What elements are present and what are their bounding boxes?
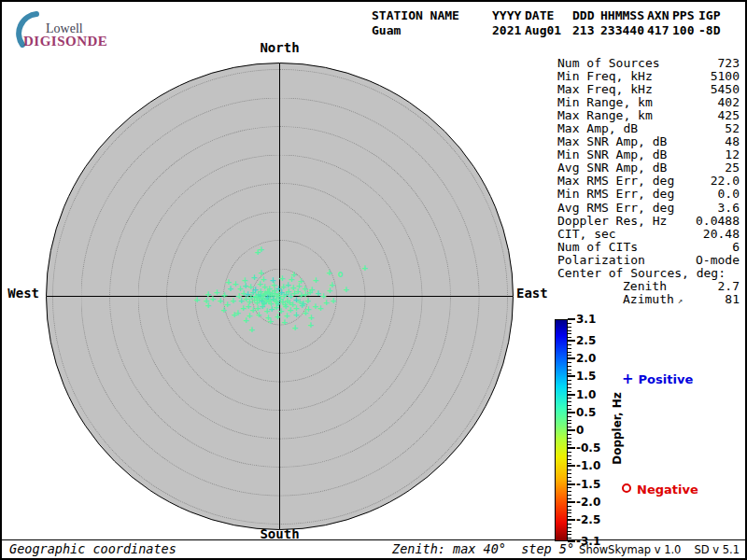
colorbar-tick-label: -2.0 (576, 496, 600, 509)
header-col: IGP (698, 8, 723, 23)
sd-version: SD v 5.1 (681, 543, 740, 556)
header-col: STATION NAME (372, 8, 492, 23)
colorbar-title: Doppler, Hz (611, 392, 624, 465)
header-val: Aug01 (525, 23, 572, 38)
colorbar-tick (568, 340, 575, 342)
colorbar-tick-label: 1.0 (576, 388, 596, 401)
source-point: + (267, 315, 274, 326)
stat-row: PolarizationO-mode (557, 254, 740, 267)
colorbar-tick-label: -1.0 (576, 459, 600, 472)
header-col: DDD (572, 8, 600, 23)
colorbar-tick-label: 2.5 (576, 334, 596, 347)
source-point: + (204, 300, 211, 310)
stat-row: Max Range, km425 (557, 109, 740, 122)
source-point: + (331, 294, 337, 304)
source-point: + (270, 273, 276, 284)
source-point: + (242, 273, 248, 284)
colorbar-tick-label: -1.5 (576, 478, 600, 491)
station-name: Guam (372, 23, 492, 38)
source-point: + (291, 321, 298, 331)
coordinates-mode-label: Geographic coordinates (9, 541, 176, 556)
stat-row: CIT, sec20.48 (557, 228, 740, 241)
colorbar-tick-label: 0 (576, 424, 584, 437)
source-point: + (275, 311, 281, 321)
source-point: + (307, 319, 314, 329)
compass-east-label: East (516, 286, 548, 301)
colorbar-tick-label: 1.5 (576, 370, 596, 383)
stat-row: Min Range, km402 (557, 96, 740, 109)
source-point: + (313, 274, 319, 285)
source-point: + (254, 246, 261, 257)
source-point: + (343, 284, 349, 294)
header-col: DATE (525, 8, 572, 23)
source-point: + (248, 324, 255, 334)
colorbar-tick (568, 412, 575, 413)
stat-row: Doppler Res, Hz0.0488 (557, 215, 740, 228)
colorbar-tick-label: 3.1 (576, 313, 596, 326)
colorbar-tick-label: -2.5 (576, 513, 600, 526)
status-bar: Geographic coordinates Zenith: max 40° s… (2, 539, 745, 558)
header-val: 233440 (600, 23, 647, 38)
compass-north-label: North (46, 40, 514, 55)
header-val: 2021 (492, 23, 525, 38)
source-point: + (230, 295, 236, 305)
source-point: + (298, 275, 304, 286)
colorbar-tick (568, 540, 575, 542)
header-val: 100 (672, 23, 698, 38)
azimuth-arrow-icon: ↗ (674, 296, 683, 305)
header-val: -8D (698, 23, 723, 38)
header-val: 213 (572, 23, 600, 38)
compass-west-label: West (2, 286, 39, 301)
source-point: + (329, 278, 335, 288)
stat-row: Max Amp, dB52 (557, 122, 740, 135)
colorbar-tick-label: -0.5 (576, 441, 600, 455)
station-header-values: Guam 2021 Aug01 213 233440 417 100 -8D (372, 23, 723, 38)
stat-row: Num of Sources723 (557, 57, 740, 70)
colorbar-gradient (555, 319, 568, 541)
source-point: + (258, 267, 264, 277)
source-point: + (220, 304, 227, 315)
header-val: 417 (647, 23, 672, 38)
stat-row-center-of-sources: Center of Sources, deg: (557, 267, 740, 280)
header-col: YYYY (492, 8, 525, 23)
colorbar-tick (568, 357, 575, 359)
negative-source-point: o (337, 270, 343, 279)
source-point: + (261, 296, 267, 306)
colorbar-tick (568, 447, 575, 449)
skymap-plot: ++++++++++++++++++++++++++++++++++++++++… (46, 63, 514, 530)
stat-row: Avg SNR Amp, dB25 (557, 161, 740, 175)
header-col: AXN (647, 8, 672, 23)
source-point: + (225, 276, 232, 287)
stat-row: Min SNR Amp, dB12 (557, 148, 740, 161)
colorbar-tick-label: 0.5 (576, 406, 596, 419)
colorbar-tick (568, 483, 575, 485)
colorbar-tick-label: -3.1 (576, 535, 600, 548)
source-point: + (361, 262, 368, 273)
source-point: + (275, 289, 282, 300)
source-point: + (233, 277, 239, 287)
stats-panel: Num of Sources723 Min Freq, kHz5100 Max … (557, 57, 740, 307)
stat-row: Azimuth↗81 (557, 293, 740, 307)
stat-row: Avg RMS Err, deg3.6 (557, 202, 740, 215)
stat-row: Min Freq, kHz5100 (557, 70, 740, 83)
colorbar-tick (568, 465, 575, 467)
source-point: + (293, 308, 300, 318)
station-header: STATION NAME YYYY DATE DDD HHMMSS AXN PP… (372, 8, 723, 38)
header-col: HHMMSS (600, 8, 647, 23)
colorbar-tick-label: 2.0 (576, 352, 596, 365)
colorbar-tick (568, 519, 575, 521)
source-point: + (326, 266, 332, 276)
source-point: + (279, 272, 286, 282)
stat-row: Min RMS Err, deg0.0 (557, 188, 740, 201)
stat-row: Max SNR Amp, dB48 (557, 135, 740, 148)
station-header-columns: STATION NAME YYYY DATE DDD HHMMSS AXN PP… (372, 8, 723, 23)
source-point: + (232, 309, 238, 319)
source-point: + (194, 293, 201, 303)
colorbar-tick (568, 394, 575, 396)
source-point: + (323, 297, 330, 307)
skymap-points: ++++++++++++++++++++++++++++++++++++++++… (47, 63, 513, 529)
skymap-window: Lowell DIGISONDE STATION NAME YYYY DATE … (0, 0, 747, 560)
stat-row: Max RMS Err, deg22.0 (557, 175, 740, 188)
source-point: + (251, 272, 258, 282)
colorbar-tick (568, 318, 575, 320)
